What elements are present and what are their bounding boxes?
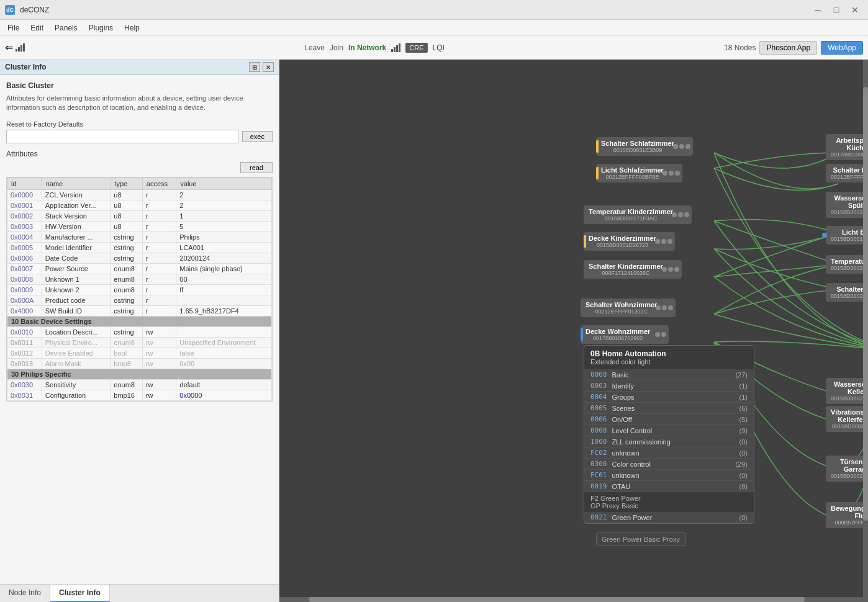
exec-button[interactable]: exec: [242, 131, 273, 142]
node-tursensor-garrage[interactable]: Türsensor Garrage 00158D000236EE52: [826, 456, 868, 482]
popup-cluster-row[interactable]: 0008Level Control(9): [584, 425, 754, 436]
back-icon[interactable]: ⇐: [5, 42, 13, 53]
table-row[interactable]: 0x000AProduct codeostringr: [7, 295, 272, 305]
leave-button[interactable]: Leave: [304, 43, 325, 52]
panel-close-button[interactable]: ✕: [263, 62, 274, 72]
node-dots: [672, 212, 689, 217]
popup-title: 0B Home Automation: [590, 349, 748, 358]
table-row[interactable]: 0x0002Stack Versionu8r1: [7, 210, 272, 221]
node-dots: [656, 305, 673, 310]
cre-button[interactable]: CRE: [405, 43, 427, 53]
scroll-thumb[interactable]: [863, 87, 868, 521]
table-row[interactable]: 0x0010Location Descri...cstringrw: [7, 326, 272, 337]
node-wassersensor-spule[interactable]: Wassersensor Spüle 00158D0002400DAC: [826, 192, 868, 218]
node-addr: 00158D00027D83AD: [831, 293, 868, 299]
table-row[interactable]: 0x0006Date Codecstringr20200124: [7, 253, 272, 263]
table-row[interactable]: 0x0009Unknown 2enum8rff: [7, 284, 272, 295]
bottom-scroll-thumb[interactable]: [309, 597, 805, 602]
signal-icon: [16, 43, 25, 52]
node-addr: 00158D000236EE52: [831, 473, 868, 479]
node-decke-kinderzimmer[interactable]: Decke Kinderzimmer 00158D0001D26723: [584, 232, 675, 251]
node-bar: [596, 140, 599, 153]
node-dot-indicator: [822, 233, 827, 238]
table-row[interactable]: 0x0008Unknown 1enum8r00: [7, 274, 272, 284]
node-schalter-bad[interactable]: Schalter Bad 00158D00027D83AD: [826, 283, 868, 302]
node-licht-schlafzimmer[interactable]: Licht Schlafzimmer 00212EFFFF00BF5E: [596, 164, 682, 182]
node-dots: [662, 267, 679, 272]
node-schalter-schlafzimmer[interactable]: Schalter Schlafzimmer 00158D0031E3B09: [596, 137, 693, 156]
table-row[interactable]: 0x0012Device Enabledboolrwfalse: [7, 348, 272, 358]
node-title: Licht Bad: [831, 228, 868, 236]
scroll-indicator[interactable]: [863, 60, 868, 602]
table-row[interactable]: 0x0004Manufacturer ...cstringrPhilips: [7, 231, 272, 242]
table-row[interactable]: 0x0007Power Sourceenum8rMains (single ph…: [7, 263, 272, 274]
menu-panels[interactable]: Panels: [50, 22, 83, 34]
table-row[interactable]: 0x0003HW Versionu8r5: [7, 221, 272, 231]
popup-cluster-row[interactable]: 0004Groups(1): [584, 392, 754, 403]
node-temperatur-kinderzimmer[interactable]: Temperatur Kinderzimmer 00158D000171F3AC: [584, 205, 692, 224]
popup-cluster-row[interactable]: 0000Basic(27): [584, 369, 754, 380]
popup-cluster-row[interactable]: FC01unknown(0): [584, 470, 754, 481]
node-licht-bad[interactable]: Licht Bad 00158D0001B6EH4B: [826, 226, 868, 245]
table-row[interactable]: 0x0000ZCL Versionu8r2: [7, 189, 272, 200]
dot: [673, 144, 678, 149]
popup-cluster-row[interactable]: 0019OTAU(8): [584, 481, 754, 492]
in-network-label[interactable]: In Network: [348, 43, 386, 52]
panel-title-text: Cluster Info: [5, 63, 47, 71]
minimize-button[interactable]: ─: [810, 3, 826, 17]
maximize-button[interactable]: □: [828, 3, 844, 17]
read-button[interactable]: read: [240, 162, 273, 173]
node-schalter-wohnzimmer[interactable]: Schalter Wohnzimmer 00212EFFFF01302C: [581, 299, 676, 317]
cluster-count: (1): [739, 393, 748, 401]
table-row[interactable]: 0x0031Configurationbmp16rw0x0000: [7, 390, 272, 400]
node-addr: 000F1712410026C: [589, 270, 663, 276]
dot: [672, 212, 677, 217]
menu-edit[interactable]: Edit: [25, 22, 48, 34]
reset-factory-input[interactable]: [6, 130, 238, 143]
lqi-button[interactable]: LQI: [433, 43, 445, 52]
node-dots: [655, 332, 666, 337]
close-button[interactable]: ✕: [847, 3, 863, 17]
node-bewegungsmelder-flur[interactable]: Bewegungsmelder Flur 000B57FFFE92C599: [826, 502, 868, 528]
table-row[interactable]: 0x0001Application Ver...u8r2: [7, 200, 272, 210]
network-icon[interactable]: [391, 43, 400, 52]
cluster-name: On/Off: [607, 416, 739, 423]
table-row[interactable]: 0x0013Alarm Maskbmp8rw0x00: [7, 358, 272, 369]
popup-cluster-row[interactable]: 1000ZLL commissioning(0): [584, 436, 754, 447]
phoscon-app-button[interactable]: Phoscon App: [759, 41, 817, 55]
node-addr: 00158D00023FFB5B: [831, 395, 868, 402]
tab-cluster-info[interactable]: Cluster Info: [50, 585, 110, 602]
node-title: Schalter Küche: [831, 166, 868, 174]
menu-help[interactable]: Help: [119, 22, 145, 34]
webapp-button[interactable]: WebApp: [821, 41, 863, 55]
table-row[interactable]: 0x0011Physical Enviro...enum8rwUnspecifi…: [7, 337, 272, 348]
node-title: Licht Schlafzimmer: [601, 166, 664, 174]
node-decke-wohnzimmer[interactable]: Decke Wohnzimmer 0017880106782902: [581, 325, 669, 344]
popup-cluster-row[interactable]: FC02unknown(0): [584, 447, 754, 459]
node-schalter-kuche[interactable]: Schalter Küche 00212EFFFF015CAD: [826, 164, 868, 182]
popup-cluster2-row[interactable]: 0021Green Power(0): [584, 512, 754, 523]
bottom-scrollbar[interactable]: [279, 597, 863, 602]
node-arbeitsplatte-kuche[interactable]: Arbeitsplatte Küche 0017880100CD98B7: [826, 134, 868, 160]
cluster-count: (0): [739, 514, 748, 521]
table-row[interactable]: 0x0005Model IdentifiercstringrLCA001: [7, 242, 272, 253]
table-row[interactable]: 30 Philips Specific: [7, 369, 272, 379]
table-row[interactable]: 0x4000SW Build IDcstringr1.65.9_hB3217DF…: [7, 305, 272, 316]
table-row[interactable]: 0x0030Sensitivityenum8rwdefault: [7, 379, 272, 390]
tab-node-info[interactable]: Node Info: [0, 585, 50, 602]
node-dots: [655, 239, 672, 244]
node-wassersensor-keller[interactable]: Wassersensor Keller 00158D00023FFB5B: [826, 378, 868, 404]
popup-cluster-row[interactable]: 0006On/Off(5): [584, 414, 754, 425]
menu-plugins[interactable]: Plugins: [84, 22, 118, 34]
popup-cluster-row[interactable]: 0005Scenes(6): [584, 403, 754, 414]
reset-factory-group: Reset to Factory Defaults exec: [6, 120, 273, 143]
node-schalter-kinderzimmer[interactable]: Schalter Kinderzimmer 000F1712410026C: [584, 260, 682, 279]
menu-file[interactable]: File: [2, 22, 24, 34]
node-temperatur-bad[interactable]: Temperatur Bad 00158D00022FD162: [826, 255, 868, 274]
node-addr: 00212EFFFF01302C: [585, 308, 657, 315]
node-vibrationssensor[interactable]: Vibrationssensor Kellerfenster 00158D000…: [826, 406, 868, 432]
popup-cluster-row[interactable]: 0003Identify(1): [584, 380, 754, 392]
table-row[interactable]: 10 Basic Device Settings: [7, 316, 272, 326]
popup-cluster-row[interactable]: 0300Color control(29): [584, 459, 754, 470]
panel-float-button[interactable]: ⊞: [249, 62, 260, 72]
